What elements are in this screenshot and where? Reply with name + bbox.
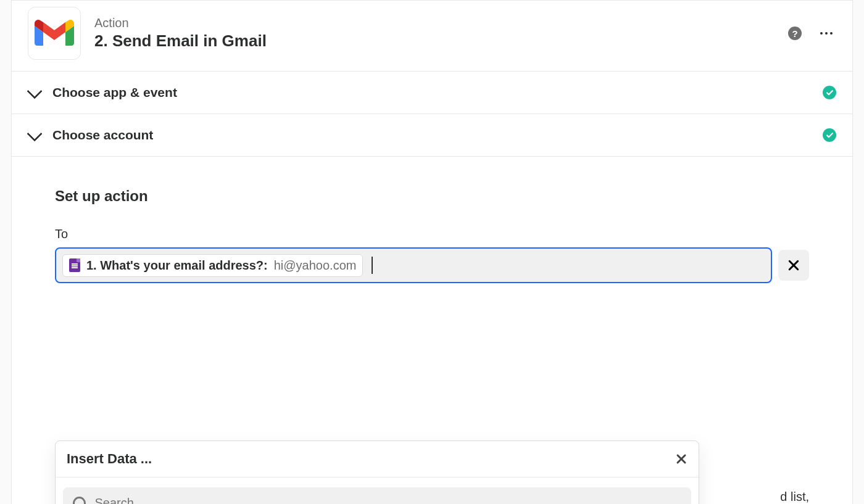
setup-heading: Set up action bbox=[55, 188, 809, 205]
section-title-app-event: Choose app & event bbox=[52, 85, 177, 100]
field-token[interactable]: 1. What's your email address?: hi@yahoo.… bbox=[62, 254, 363, 277]
token-label: 1. What's your email address?: bbox=[86, 258, 268, 273]
search-input[interactable] bbox=[94, 496, 681, 504]
dropdown-search[interactable] bbox=[63, 487, 691, 504]
field-label-to: To bbox=[55, 227, 809, 241]
insert-data-dropdown: Insert Data ... 1. New Response in Sprea… bbox=[55, 440, 699, 504]
action-card: Action 2. Send Email in Gmail ? Choose a… bbox=[11, 0, 853, 504]
action-header: Action 2. Send Email in Gmail ? bbox=[12, 1, 852, 71]
dropdown-title: Insert Data ... bbox=[67, 451, 152, 467]
chevron-down-icon bbox=[27, 83, 42, 99]
dropdown-close-button[interactable] bbox=[675, 453, 687, 465]
to-input[interactable]: 1. What's your email address?: hi@yahoo.… bbox=[55, 247, 772, 283]
section-title-account: Choose account bbox=[52, 128, 153, 143]
close-icon bbox=[675, 453, 687, 465]
section-setup-action: Set up action To 1. What's your email ad… bbox=[12, 156, 852, 504]
clear-button[interactable] bbox=[778, 250, 809, 281]
gmail-icon bbox=[35, 19, 74, 48]
step-type-label: Action bbox=[94, 16, 775, 30]
close-icon bbox=[787, 258, 800, 272]
help-icon[interactable]: ? bbox=[788, 27, 802, 40]
more-icon[interactable] bbox=[820, 32, 833, 35]
section-choose-account[interactable]: Choose account bbox=[12, 114, 852, 156]
token-value: hi@yahoo.com bbox=[274, 258, 357, 273]
google-forms-icon bbox=[69, 258, 80, 272]
text-caret bbox=[372, 257, 373, 274]
search-icon bbox=[73, 497, 86, 505]
check-icon bbox=[823, 86, 836, 99]
section-choose-app-event[interactable]: Choose app & event bbox=[12, 71, 852, 114]
check-icon bbox=[823, 128, 836, 142]
chevron-down-icon bbox=[27, 126, 42, 141]
step-title: 2. Send Email in Gmail bbox=[94, 31, 775, 51]
gmail-app-icon bbox=[28, 7, 81, 60]
obscured-text: d list, bbox=[780, 490, 809, 504]
